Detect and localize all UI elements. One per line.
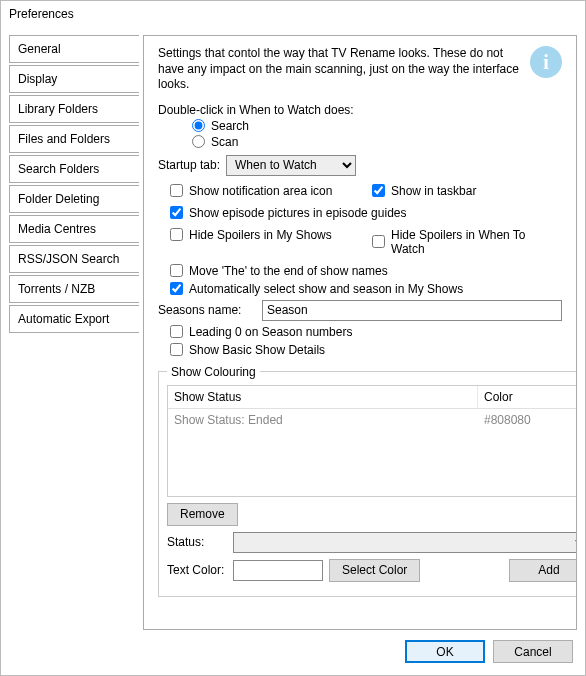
cb-hide-my[interactable] bbox=[170, 228, 183, 241]
sidebar-item-search-folders[interactable]: Search Folders bbox=[9, 155, 139, 183]
cb-hide-wtw-label: Hide Spoilers in When To Watch bbox=[391, 228, 550, 256]
cb-basic[interactable] bbox=[170, 343, 183, 356]
cb-move-the[interactable] bbox=[170, 264, 183, 277]
cell-color: #808080 bbox=[478, 409, 577, 431]
show-colouring-group: Show Colouring Show Status Color Show St… bbox=[158, 365, 577, 597]
cb-auto-select-label: Automatically select show and season in … bbox=[189, 282, 463, 296]
panel-description: Settings that contol the way that TV Ren… bbox=[158, 46, 522, 93]
add-button[interactable]: Add bbox=[509, 559, 577, 582]
cb-pictures[interactable] bbox=[170, 206, 183, 219]
dialog-footer: OK Cancel bbox=[1, 630, 585, 675]
textcolor-input[interactable] bbox=[233, 560, 323, 581]
cb-basic-label: Show Basic Show Details bbox=[189, 343, 325, 357]
textcolor-label: Text Color: bbox=[167, 563, 227, 577]
radio-scan[interactable] bbox=[192, 135, 205, 148]
cancel-button[interactable]: Cancel bbox=[493, 640, 573, 663]
cb-leading0-label: Leading 0 on Season numbers bbox=[189, 325, 352, 339]
colouring-table[interactable]: Show Status Color Show Status: Ended #80… bbox=[167, 385, 577, 497]
sidebar-item-automatic-export[interactable]: Automatic Export bbox=[9, 305, 139, 333]
sidebar-item-media-centres[interactable]: Media Centres bbox=[9, 215, 139, 243]
radio-scan-label: Scan bbox=[211, 135, 238, 149]
sidebar-item-rss-json[interactable]: RSS/JSON Search bbox=[9, 245, 139, 273]
sidebar-item-folder-deleting[interactable]: Folder Deleting bbox=[9, 185, 139, 213]
cb-pictures-label: Show episode pictures in episode guides bbox=[189, 206, 406, 220]
table-row[interactable]: Show Status: Ended #808080 bbox=[168, 409, 577, 431]
radio-search-label: Search bbox=[211, 119, 249, 133]
window-title: Preferences bbox=[1, 1, 585, 27]
sidebar-item-library-folders[interactable]: Library Folders bbox=[9, 95, 139, 123]
content-panel: Settings that contol the way that TV Ren… bbox=[143, 35, 577, 630]
col-header-color[interactable]: Color bbox=[478, 386, 577, 408]
cb-hide-wtw[interactable] bbox=[372, 235, 385, 248]
startup-tab-label: Startup tab: bbox=[158, 158, 220, 172]
cb-taskbar-label: Show in taskbar bbox=[391, 184, 476, 198]
sidebar-item-torrents-nzb[interactable]: Torrents / NZB bbox=[9, 275, 139, 303]
status-select[interactable] bbox=[233, 532, 577, 553]
cb-auto-select[interactable] bbox=[170, 282, 183, 295]
show-colouring-legend: Show Colouring bbox=[167, 365, 260, 379]
sidebar-item-files-folders[interactable]: Files and Folders bbox=[9, 125, 139, 153]
dblclick-label: Double-click in When to Watch does: bbox=[158, 103, 562, 117]
sidebar-item-display[interactable]: Display bbox=[9, 65, 139, 93]
cb-move-the-label: Move 'The' to the end of show names bbox=[189, 264, 388, 278]
cell-status: Show Status: Ended bbox=[168, 409, 478, 431]
startup-tab-select[interactable]: When to Watch bbox=[226, 155, 356, 176]
preferences-window: Preferences General Display Library Fold… bbox=[0, 0, 586, 676]
cb-notification-label: Show notification area icon bbox=[189, 184, 332, 198]
ok-button[interactable]: OK bbox=[405, 640, 485, 663]
info-icon[interactable]: i bbox=[530, 46, 562, 78]
status-label: Status: bbox=[167, 535, 227, 549]
sidebar: General Display Library Folders Files an… bbox=[9, 35, 139, 630]
radio-search[interactable] bbox=[192, 119, 205, 132]
col-header-status[interactable]: Show Status bbox=[168, 386, 478, 408]
seasons-name-input[interactable] bbox=[262, 300, 562, 321]
select-color-button[interactable]: Select Color bbox=[329, 559, 420, 582]
sidebar-item-general[interactable]: General bbox=[9, 35, 139, 63]
remove-button[interactable]: Remove bbox=[167, 503, 238, 526]
cb-hide-my-label: Hide Spoilers in My Shows bbox=[189, 228, 332, 242]
cb-notification[interactable] bbox=[170, 184, 183, 197]
seasons-name-label: Seasons name: bbox=[158, 303, 256, 317]
cb-leading0[interactable] bbox=[170, 325, 183, 338]
cb-taskbar[interactable] bbox=[372, 184, 385, 197]
